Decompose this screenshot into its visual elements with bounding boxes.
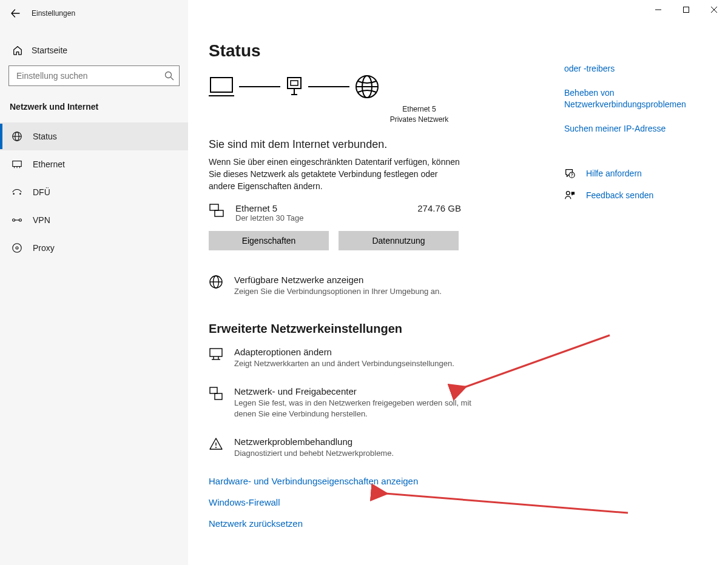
window-controls (644, 0, 728, 19)
home-link[interactable]: Startseite (0, 41, 188, 65)
usage-adapter-name: Ethernet 5 (235, 203, 389, 213)
svg-rect-21 (291, 81, 298, 85)
svg-line-3 (171, 78, 174, 81)
link-hardware-properties[interactable]: Hardware- und Verbindungseigenschaften a… (209, 476, 564, 486)
svg-point-43 (566, 192, 570, 195)
maximize-button[interactable] (672, 0, 700, 19)
network-diagram (209, 74, 564, 99)
proxy-icon (11, 242, 23, 253)
svg-rect-1 (684, 7, 689, 13)
search-icon (164, 71, 174, 81)
right-column: oder -treibers Beheben von Netzwerkverbi… (564, 27, 728, 565)
sidebar-item-label: VPN (33, 215, 50, 225)
sidebar-item-proxy[interactable]: Proxy (0, 234, 188, 262)
diagram-caption: Ethernet 5 Privates Netzwerk (274, 104, 564, 125)
svg-rect-27 (215, 210, 223, 216)
show-available-networks[interactable]: Verfügbare Netzwerke anzeigen Zeigen Sie… (209, 275, 476, 297)
arrow-left-icon (10, 8, 20, 18)
sidebar-item-status[interactable]: Status (0, 122, 188, 150)
svg-rect-36 (215, 393, 222, 400)
adv-title: Netzwerkproblembehandlung (234, 436, 394, 447)
sidebar-item-dialup[interactable]: DFÜ (0, 178, 188, 206)
adv-sub: Legen Sie fest, was in den Netzwerken fr… (234, 398, 476, 420)
connected-body: Wenn Sie über einen eingeschränkten Date… (209, 156, 463, 193)
title-bar: Einstellungen (0, 0, 194, 27)
adapter-options-icon (209, 347, 223, 361)
sidebar: Startseite Netzwerk und Internet Status … (0, 27, 188, 565)
sidebar-item-ethernet[interactable]: Ethernet (0, 150, 188, 178)
svg-rect-26 (210, 204, 218, 210)
ethernet-icon (11, 159, 23, 170)
properties-button[interactable]: Eigenschaften (209, 231, 329, 250)
svg-rect-18 (211, 78, 232, 92)
globe-icon (354, 74, 380, 99)
warning-icon (209, 436, 223, 451)
related-link[interactable]: Suchen meiner IP-Adresse (564, 123, 728, 135)
svg-rect-35 (210, 387, 217, 393)
change-adapter-options[interactable]: Adapteroptionen ändern Zeigt Netzwerkkar… (209, 347, 476, 369)
svg-text:?: ? (571, 173, 573, 178)
search-field[interactable] (15, 70, 164, 81)
home-label: Startseite (32, 45, 67, 55)
ethernet-adapter-icon (209, 203, 224, 219)
link-windows-firewall[interactable]: Windows-Firewall (209, 497, 564, 507)
svg-point-13 (13, 219, 15, 221)
sidebar-item-label: Ethernet (33, 159, 65, 169)
link-network-reset[interactable]: Netzwerk zurücksetzen (209, 518, 564, 529)
advanced-heading: Erweiterte Netzwerkeinstellungen (209, 322, 564, 336)
svg-point-12 (19, 193, 21, 195)
related-link[interactable]: oder -treibers (564, 63, 728, 75)
adv-title: Adapteroptionen ändern (234, 347, 454, 357)
close-button[interactable] (700, 0, 728, 19)
diagram-adapter-name: Ethernet 5 (274, 104, 564, 115)
sidebar-item-label: DFÜ (33, 187, 50, 197)
usage-row: Ethernet 5 Der letzten 30 Tage 274.76 GB (209, 203, 463, 222)
window-title: Einstellungen (32, 9, 75, 18)
feedback-icon (564, 190, 575, 201)
home-icon (12, 45, 23, 56)
usage-period: Der letzten 30 Tage (235, 213, 389, 222)
get-help-label: Hilfe anfordern (586, 169, 642, 178)
svg-point-14 (19, 219, 21, 221)
svg-point-2 (166, 72, 172, 78)
svg-point-11 (13, 193, 15, 195)
available-networks-title: Verfügbare Netzwerke anzeigen (234, 275, 442, 285)
sidebar-section-title: Netzwerk und Internet (0, 102, 188, 122)
pc-icon (209, 75, 234, 98)
sidebar-item-label: Status (33, 132, 57, 141)
adv-sub: Diagnostiziert und behebt Netzwerkproble… (234, 448, 394, 459)
adapter-icon (285, 76, 303, 97)
page-title: Status (209, 41, 564, 61)
get-help-link[interactable]: ? Hilfe anfordern (564, 168, 728, 179)
usage-amount: 274.76 GB (400, 203, 463, 213)
svg-point-17 (16, 247, 18, 249)
globe-icon (209, 275, 223, 289)
adv-title: Netzwerk- und Freigabecenter (234, 386, 476, 396)
main-content: Status Ethernet 5 Privates Netzwerk Sie … (188, 27, 564, 565)
dialup-icon (11, 189, 23, 196)
network-sharing-center[interactable]: Netzwerk- und Freigabecenter Legen Sie f… (209, 386, 476, 420)
svg-point-16 (13, 244, 21, 252)
back-button[interactable] (6, 4, 24, 22)
diagram-network-type: Privates Netzwerk (274, 115, 564, 125)
svg-rect-20 (288, 78, 301, 89)
adv-sub: Zeigt Netzwerkkarten an und ändert Verbi… (234, 358, 454, 369)
available-networks-sub: Zeigen Sie die Verbindungsoptionen in Ih… (234, 286, 442, 297)
connected-heading: Sie sind mit dem Internet verbunden. (209, 138, 564, 151)
data-usage-button[interactable]: Datennutzung (339, 231, 459, 250)
sidebar-item-vpn[interactable]: VPN (0, 206, 188, 234)
search-input[interactable] (8, 65, 180, 86)
sidebar-item-label: Proxy (33, 243, 55, 253)
help-icon: ? (564, 168, 575, 179)
feedback-label: Feedback senden (586, 190, 653, 200)
sharing-icon (209, 386, 223, 401)
globe-icon (11, 131, 23, 142)
related-link[interactable]: Beheben von Netzwerkverbindungsproblemen (564, 87, 728, 111)
minimize-button[interactable] (644, 0, 672, 19)
svg-point-38 (215, 447, 217, 448)
network-troubleshooter[interactable]: Netzwerkproblembehandlung Diagnostiziert… (209, 436, 476, 459)
svg-rect-31 (210, 349, 222, 356)
svg-rect-7 (13, 161, 21, 167)
vpn-icon (11, 216, 23, 224)
give-feedback-link[interactable]: Feedback senden (564, 190, 728, 201)
